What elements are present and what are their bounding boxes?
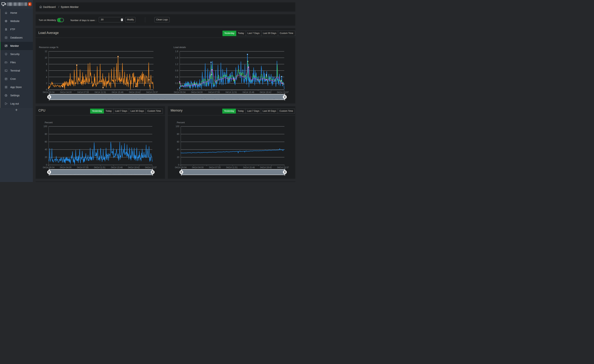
svg-text:04/14 04:00: 04/14 04:00 bbox=[60, 166, 72, 169]
svg-text:1.5: 1.5 bbox=[175, 57, 178, 59]
svg-text:04/14 00:04: 04/14 00:04 bbox=[43, 91, 54, 93]
svg-text:0.6: 0.6 bbox=[175, 76, 178, 78]
svg-text:04/14 15:46: 04/14 15:46 bbox=[112, 91, 123, 93]
svg-text:80: 80 bbox=[177, 133, 180, 135]
svg-text:04/14 07:55: 04/14 07:55 bbox=[77, 91, 89, 93]
svg-text:04/14 07:55: 04/14 07:55 bbox=[77, 166, 89, 169]
svg-text:0: 0 bbox=[46, 88, 47, 91]
svg-text:100: 100 bbox=[176, 125, 179, 128]
svg-text:04/14 19:42: 04/14 19:42 bbox=[129, 91, 141, 93]
svg-text:Percent: Percent bbox=[177, 121, 185, 124]
svg-text:04/14 19:42: 04/14 19:42 bbox=[260, 166, 272, 169]
svg-text:04/14 23:37: 04/14 23:37 bbox=[145, 166, 157, 169]
svg-text:04/14 00:04: 04/14 00:04 bbox=[43, 166, 54, 169]
svg-text:0: 0 bbox=[46, 164, 47, 166]
svg-text:0: 0 bbox=[177, 88, 178, 91]
svg-text:04/14 11:51: 04/14 11:51 bbox=[226, 166, 238, 169]
svg-text:04/14 23:37: 04/14 23:37 bbox=[146, 91, 158, 93]
svg-text:4: 4 bbox=[46, 76, 47, 78]
svg-text:04/14 04:00: 04/14 04:00 bbox=[192, 166, 204, 169]
svg-text:04/14 19:42: 04/14 19:42 bbox=[128, 166, 140, 169]
svg-text:04/14 11:51: 04/14 11:51 bbox=[225, 91, 237, 93]
svg-text:20: 20 bbox=[45, 156, 47, 159]
svg-text:6: 6 bbox=[46, 69, 47, 72]
svg-text:1.2: 1.2 bbox=[175, 63, 178, 66]
svg-text:Resource usage %: Resource usage % bbox=[39, 46, 58, 49]
svg-text:04/14 07:55: 04/14 07:55 bbox=[208, 91, 220, 93]
svg-text:04/14 15:46: 04/14 15:46 bbox=[111, 166, 123, 169]
svg-text:04/14 15:46: 04/14 15:46 bbox=[243, 91, 254, 93]
svg-text:Percent: Percent bbox=[45, 121, 53, 124]
svg-text:04/14 15:46: 04/14 15:46 bbox=[243, 166, 255, 169]
svg-text:04/14 00:04: 04/14 00:04 bbox=[175, 166, 187, 169]
svg-text:1.8: 1.8 bbox=[175, 50, 178, 53]
svg-text:8: 8 bbox=[46, 63, 47, 66]
svg-text:0: 0 bbox=[178, 164, 179, 166]
svg-text:100: 100 bbox=[43, 125, 47, 128]
svg-text:Load details: Load details bbox=[174, 46, 186, 49]
svg-text:0.9: 0.9 bbox=[175, 69, 178, 72]
svg-text:04/14 23:37: 04/14 23:37 bbox=[277, 166, 289, 169]
svg-text:04/14 19:42: 04/14 19:42 bbox=[260, 91, 271, 93]
svg-text:04/14 04:00: 04/14 04:00 bbox=[191, 91, 203, 93]
svg-text:12: 12 bbox=[45, 50, 47, 53]
svg-text:04/14 07:55: 04/14 07:55 bbox=[209, 166, 221, 169]
svg-text:60: 60 bbox=[45, 140, 47, 143]
svg-text:04/14 00:04: 04/14 00:04 bbox=[174, 91, 186, 93]
svg-text:0.3: 0.3 bbox=[175, 82, 178, 85]
svg-text:40: 40 bbox=[177, 148, 180, 151]
svg-text:10: 10 bbox=[45, 57, 47, 59]
svg-text:80: 80 bbox=[45, 133, 47, 135]
svg-text:04/14 11:51: 04/14 11:51 bbox=[94, 166, 106, 169]
svg-text:04/14 04:00: 04/14 04:00 bbox=[60, 91, 72, 93]
svg-text:04/14 11:51: 04/14 11:51 bbox=[94, 91, 106, 93]
svg-text:20: 20 bbox=[177, 156, 180, 159]
svg-text:40: 40 bbox=[45, 148, 47, 151]
svg-text:04/14 23:37: 04/14 23:37 bbox=[277, 91, 289, 93]
svg-text:60: 60 bbox=[177, 140, 180, 143]
svg-text:2: 2 bbox=[46, 82, 47, 85]
